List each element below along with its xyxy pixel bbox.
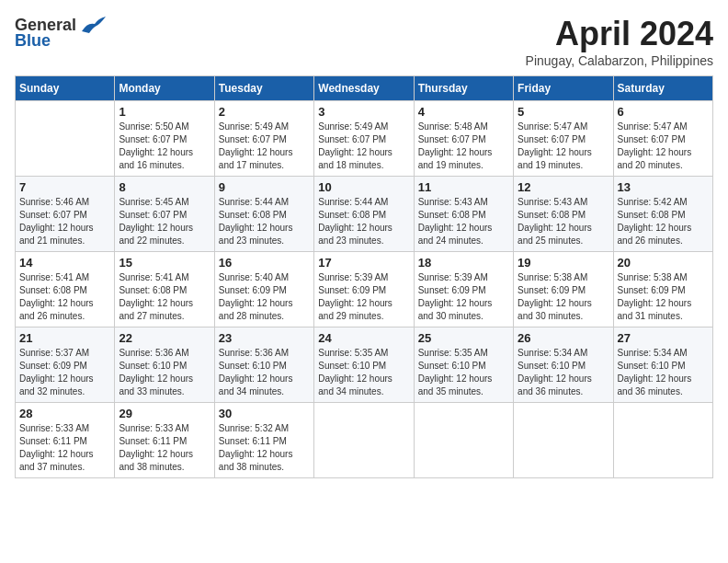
month-title: April 2024 [526,15,713,53]
day-number: 4 [418,105,509,119]
week-row-4: 21Sunrise: 5:37 AMSunset: 6:09 PMDayligh… [16,327,713,403]
day-cell: 18Sunrise: 5:39 AMSunset: 6:09 PMDayligh… [414,252,513,327]
day-cell [414,403,513,478]
day-number: 22 [119,331,210,345]
day-cell: 7Sunrise: 5:46 AMSunset: 6:07 PMDaylight… [16,177,115,252]
day-info: Sunrise: 5:37 AMSunset: 6:09 PMDaylight:… [19,347,110,398]
day-number: 16 [219,256,310,270]
day-cell: 17Sunrise: 5:39 AMSunset: 6:09 PMDayligh… [314,252,414,327]
day-info: Sunrise: 5:34 AMSunset: 6:10 PMDaylight:… [518,347,609,398]
day-number: 19 [518,256,609,270]
day-number: 30 [219,407,310,420]
week-row-1: 1Sunrise: 5:50 AMSunset: 6:07 PMDaylight… [16,101,713,177]
weekday-saturday: Saturday [613,76,712,101]
day-info: Sunrise: 5:49 AMSunset: 6:07 PMDaylight:… [318,121,409,172]
day-info: Sunrise: 5:49 AMSunset: 6:07 PMDaylight:… [219,121,310,172]
day-cell: 10Sunrise: 5:44 AMSunset: 6:08 PMDayligh… [314,177,414,252]
day-info: Sunrise: 5:46 AMSunset: 6:07 PMDaylight:… [19,196,110,247]
calendar-body: 1Sunrise: 5:50 AMSunset: 6:07 PMDaylight… [16,101,713,478]
day-info: Sunrise: 5:36 AMSunset: 6:10 PMDaylight:… [219,347,310,398]
day-info: Sunrise: 5:35 AMSunset: 6:10 PMDaylight:… [418,347,509,398]
location: Pinugay, Calabarzon, Philippines [526,53,713,68]
weekday-sunday: Sunday [16,76,115,101]
day-cell: 2Sunrise: 5:49 AMSunset: 6:07 PMDaylight… [214,101,313,177]
day-number: 17 [318,256,409,270]
day-info: Sunrise: 5:41 AMSunset: 6:08 PMDaylight:… [119,271,210,323]
day-cell: 23Sunrise: 5:36 AMSunset: 6:10 PMDayligh… [214,327,313,403]
day-cell [314,403,414,478]
day-info: Sunrise: 5:41 AMSunset: 6:08 PMDaylight:… [19,271,110,323]
day-info: Sunrise: 5:43 AMSunset: 6:08 PMDaylight:… [418,196,509,247]
day-number: 18 [418,256,509,270]
day-number: 9 [219,180,310,194]
day-number: 24 [318,331,409,345]
day-number: 2 [219,105,310,119]
day-info: Sunrise: 5:38 AMSunset: 6:09 PMDaylight:… [518,271,609,323]
day-info: Sunrise: 5:38 AMSunset: 6:09 PMDaylight:… [618,271,709,323]
day-number: 14 [19,256,110,270]
day-number: 21 [19,331,110,345]
day-info: Sunrise: 5:44 AMSunset: 6:08 PMDaylight:… [318,196,409,247]
day-cell: 6Sunrise: 5:47 AMSunset: 6:07 PMDaylight… [613,101,712,177]
day-cell: 22Sunrise: 5:36 AMSunset: 6:10 PMDayligh… [115,327,214,403]
weekday-tuesday: Tuesday [214,76,313,101]
day-cell: 30Sunrise: 5:32 AMSunset: 6:11 PMDayligh… [214,403,313,478]
calendar: SundayMondayTuesdayWednesdayThursdayFrid… [15,75,713,478]
day-info: Sunrise: 5:33 AMSunset: 6:11 PMDaylight:… [119,422,210,474]
day-number: 23 [219,331,310,345]
day-info: Sunrise: 5:40 AMSunset: 6:09 PMDaylight:… [219,271,310,323]
day-cell: 5Sunrise: 5:47 AMSunset: 6:07 PMDaylight… [514,101,613,177]
day-cell [16,101,115,177]
day-number: 25 [418,331,509,345]
day-number: 10 [318,180,409,194]
weekday-wednesday: Wednesday [314,76,414,101]
day-cell: 27Sunrise: 5:34 AMSunset: 6:10 PMDayligh… [613,327,712,403]
day-cell: 15Sunrise: 5:41 AMSunset: 6:08 PMDayligh… [115,252,214,327]
day-cell [613,403,712,478]
day-number: 13 [618,180,709,194]
day-number: 20 [618,256,709,270]
day-cell: 28Sunrise: 5:33 AMSunset: 6:11 PMDayligh… [16,403,115,478]
day-number: 5 [518,105,609,119]
day-cell: 24Sunrise: 5:35 AMSunset: 6:10 PMDayligh… [314,327,414,403]
day-info: Sunrise: 5:48 AMSunset: 6:07 PMDaylight:… [418,121,509,172]
day-info: Sunrise: 5:32 AMSunset: 6:11 PMDaylight:… [219,422,310,474]
day-info: Sunrise: 5:39 AMSunset: 6:09 PMDaylight:… [318,271,409,323]
logo-bird-icon [80,15,108,35]
weekday-monday: Monday [115,76,214,101]
day-cell: 20Sunrise: 5:38 AMSunset: 6:09 PMDayligh… [613,252,712,327]
day-info: Sunrise: 5:50 AMSunset: 6:07 PMDaylight:… [119,121,210,172]
day-cell: 16Sunrise: 5:40 AMSunset: 6:09 PMDayligh… [214,252,313,327]
day-number: 3 [318,105,409,119]
day-cell: 8Sunrise: 5:45 AMSunset: 6:07 PMDaylight… [115,177,214,252]
day-cell: 4Sunrise: 5:48 AMSunset: 6:07 PMDaylight… [414,101,513,177]
day-number: 26 [518,331,609,345]
day-number: 15 [119,256,210,270]
day-info: Sunrise: 5:39 AMSunset: 6:09 PMDaylight:… [418,271,509,323]
day-cell: 12Sunrise: 5:43 AMSunset: 6:08 PMDayligh… [514,177,613,252]
day-number: 6 [618,105,709,119]
day-number: 28 [19,407,110,420]
day-cell: 14Sunrise: 5:41 AMSunset: 6:08 PMDayligh… [16,252,115,327]
day-number: 8 [119,180,210,194]
day-number: 7 [19,180,110,194]
day-cell: 11Sunrise: 5:43 AMSunset: 6:08 PMDayligh… [414,177,513,252]
title-area: April 2024 Pinugay, Calabarzon, Philippi… [526,15,713,68]
day-cell: 3Sunrise: 5:49 AMSunset: 6:07 PMDaylight… [314,101,414,177]
day-info: Sunrise: 5:47 AMSunset: 6:07 PMDaylight:… [518,121,609,172]
weekday-friday: Friday [514,76,613,101]
day-info: Sunrise: 5:42 AMSunset: 6:08 PMDaylight:… [618,196,709,247]
logo: General Blue [15,15,108,51]
day-cell: 26Sunrise: 5:34 AMSunset: 6:10 PMDayligh… [514,327,613,403]
day-cell: 9Sunrise: 5:44 AMSunset: 6:08 PMDaylight… [214,177,313,252]
weekday-header-row: SundayMondayTuesdayWednesdayThursdayFrid… [16,76,713,101]
weekday-thursday: Thursday [414,76,513,101]
header: General Blue April 2024 Pinugay, Calabar… [15,15,713,68]
day-cell: 13Sunrise: 5:42 AMSunset: 6:08 PMDayligh… [613,177,712,252]
day-cell: 25Sunrise: 5:35 AMSunset: 6:10 PMDayligh… [414,327,513,403]
logo-blue: Blue [15,31,51,51]
week-row-5: 28Sunrise: 5:33 AMSunset: 6:11 PMDayligh… [16,403,713,478]
week-row-2: 7Sunrise: 5:46 AMSunset: 6:07 PMDaylight… [16,177,713,252]
day-number: 1 [119,105,210,119]
day-number: 27 [618,331,709,345]
